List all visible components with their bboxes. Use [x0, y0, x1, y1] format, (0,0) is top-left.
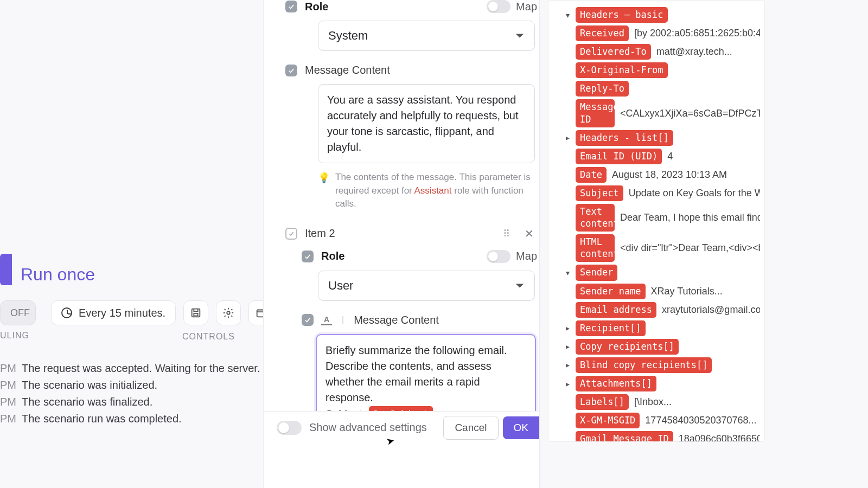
advanced-settings-toggle[interactable] — [277, 421, 302, 435]
field-label-message-content: Message Content — [305, 64, 390, 76]
tree-node[interactable]: ▸Attachments[] — [556, 376, 760, 391]
log-list: PMThe request was accepted. Waiting for … — [0, 360, 260, 427]
tree-node[interactable]: ▸Copy recipients[] — [556, 339, 760, 355]
cancel-button[interactable]: Cancel — [443, 416, 498, 440]
tree-node[interactable]: Message ID<CALxyx1XjiXa=6sCaB=DfPCzT1Z-t… — [556, 99, 760, 127]
tree-node[interactable]: SubjectUpdate on Key Goals for the Week … — [556, 185, 760, 201]
log-row: PMThe scenario was finalized. — [0, 394, 260, 410]
collapse-toggle[interactable] — [285, 228, 297, 240]
drag-handle-icon[interactable]: ⠿ — [503, 228, 510, 240]
ok-button[interactable]: OK — [503, 416, 539, 439]
field-label-role: Role — [321, 250, 344, 262]
tree-node[interactable]: ▸Recipient[] — [556, 320, 760, 336]
tree-node[interactable]: ▾Headers – basic — [556, 7, 760, 23]
message-content-textarea-2[interactable]: Briefly summarize the following email. D… — [316, 334, 536, 412]
message-content-textarea-1[interactable]: You are a sassy assistant. You respond a… — [318, 84, 535, 163]
tree-node[interactable]: X-Original-From — [556, 62, 760, 78]
module-config-panel: Role Map System Message Content You are … — [263, 0, 540, 488]
scenario-off-toggle[interactable]: OFF — [0, 300, 36, 325]
mapping-data-tree: ▾Headers – basic Received[by 2002:a05:68… — [548, 0, 765, 442]
tree-node[interactable]: DateAugust 18, 2023 10:13 AM — [556, 167, 760, 183]
tree-node[interactable]: Reply-To — [556, 81, 760, 97]
switch-icon — [487, 0, 510, 13]
clock-icon — [61, 307, 72, 318]
gear-icon — [222, 307, 234, 319]
checkbox-icon[interactable] — [302, 314, 314, 326]
form-footer: Show advanced settings Cancel OK — [264, 411, 539, 444]
role-select-2[interactable]: User — [318, 271, 535, 301]
tree-node[interactable]: ▸Blind copy recipients[] — [556, 357, 760, 373]
field-label-message-content: Message Content — [354, 314, 439, 326]
tree-node[interactable]: Text contentDear Team, I hope this email… — [556, 204, 760, 232]
tree-node[interactable]: HTML content<div dir="ltr">Dear Team,<di… — [556, 234, 760, 262]
scenario-panel: Run once OFF Every 15 minutes. ULING CON… — [0, 0, 263, 488]
field-label-role: Role — [305, 1, 328, 13]
text-mode-icon[interactable]: A — [321, 314, 332, 325]
svg-rect-1 — [194, 313, 197, 316]
close-icon[interactable]: ✕ — [525, 227, 534, 240]
checkbox-icon[interactable] — [285, 1, 297, 12]
svg-point-2 — [227, 311, 230, 314]
tree-node[interactable]: Labels[][\Inbox... — [556, 394, 760, 410]
checkbox-icon[interactable] — [302, 251, 314, 262]
run-once-button[interactable] — [0, 254, 12, 285]
save-icon — [190, 307, 202, 319]
field-hint: 💡 The contents of the message. This para… — [318, 171, 535, 211]
log-row: PMThe scenario run was completed. — [0, 410, 260, 427]
advanced-settings-label: Show advanced settings — [309, 421, 427, 434]
section-heading-controls: CONTROLS — [182, 332, 235, 342]
lightbulb-icon: 💡 — [318, 171, 330, 211]
tree-node[interactable]: Email addressxraytutorials@gmail.com... — [556, 302, 760, 318]
tree-node[interactable]: ▾Sender — [556, 265, 760, 280]
tree-node[interactable]: ▸Headers - list[] — [556, 130, 760, 146]
checkbox-icon[interactable] — [285, 65, 297, 76]
tree-node[interactable]: Email ID (UID)4 — [556, 149, 760, 164]
run-once-label[interactable]: Run once — [21, 265, 95, 285]
tree-node[interactable]: Sender nameXRay Tutorials... — [556, 284, 760, 299]
log-row: PMThe scenario was initialized. — [0, 377, 260, 394]
chevron-down-icon — [515, 29, 525, 43]
item-2-header: Item 2 ⠿ ✕ — [285, 227, 539, 240]
item-title: Item 2 — [305, 227, 335, 240]
map-toggle[interactable]: Map — [487, 250, 539, 263]
tree-node[interactable]: Gmail Message ID18a096c60b3f6650... — [556, 431, 760, 442]
settings-button[interactable] — [216, 300, 241, 325]
tree-node[interactable]: Delivered-Tomatt@xray.tech... — [556, 44, 760, 60]
save-button[interactable] — [183, 300, 208, 325]
role-select[interactable]: System — [318, 21, 535, 51]
tree-node[interactable]: X-GM-MSGID1774584030520370768... — [556, 413, 760, 428]
log-row: PMThe request was accepted. Waiting for … — [0, 360, 260, 377]
map-toggle[interactable]: Map — [487, 0, 539, 13]
section-heading-scheduling: ULING — [0, 331, 29, 341]
tree-node[interactable]: Received[by 2002:a05:6851:2625:b0:4e6:50… — [556, 25, 760, 41]
chevron-down-icon — [515, 279, 525, 293]
schedule-pill[interactable]: Every 15 minutes. — [51, 300, 176, 325]
switch-icon — [487, 250, 510, 263]
